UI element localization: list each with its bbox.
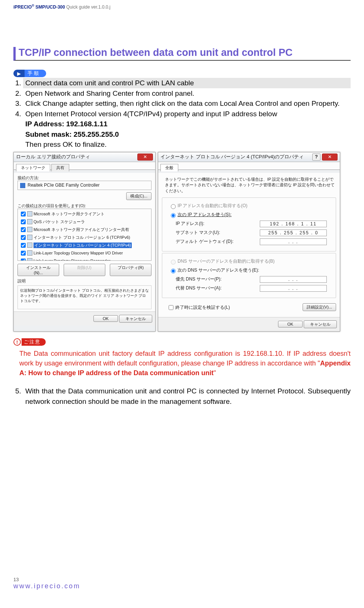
radio-use-ip[interactable] <box>171 213 176 218</box>
install-button[interactable]: インストール(N)... <box>17 264 59 276</box>
doc-header: iPRECIO® SMP/UCD-300 Quick guide ver.1.0… <box>13 4 351 10</box>
tab-general[interactable]: 全般 <box>160 164 178 171</box>
radio-auto-dns <box>171 260 176 265</box>
protocol-checklist[interactable]: Microsoft ネットワーク用クライアント QoS パケット スケジューラ … <box>17 209 151 261</box>
step-5: With that the Data communication unit an… <box>23 386 351 406</box>
step-4: Open Internet Protocol version 4(TCP/IPv… <box>23 109 351 150</box>
page-number: 13 <box>13 577 80 582</box>
advanced-button[interactable]: 詳細設定(V)... <box>303 303 336 311</box>
chk-qos[interactable] <box>21 219 26 224</box>
radio-auto-ip[interactable] <box>171 204 176 209</box>
play-icon: ▶ <box>13 70 25 77</box>
dialog1-title: ローカル エリア接続のプロパティ <box>16 153 90 160</box>
items-label: この接続は次の項目を使用します(O): <box>17 203 151 209</box>
verify-checkbox[interactable] <box>169 305 173 310</box>
footer-url: www.iprecio.com <box>13 582 80 590</box>
intro-text: ネットワークでこの機能がサポートされている場合は、IP 設定を自動的に取得するこ… <box>165 177 336 194</box>
dns2-label: 代替 DNS サーバー(A): <box>176 285 221 292</box>
procedure-badge: ▶ 手順 <box>13 70 46 77</box>
screenshots-row: ローカル エリア接続のプロパティ ✕ ネットワーク 共有 接続の方法: Real… <box>13 152 351 332</box>
ipv4-dialog: インターネット プロトコル バージョン 4 (TCP/IPv4)のプロパティ ?… <box>158 152 340 332</box>
gw-input[interactable]: . . . <box>260 238 327 245</box>
adapter-icon <box>20 183 25 188</box>
qos-icon <box>27 219 32 224</box>
chk-ipv6[interactable] <box>21 235 26 240</box>
ip-input[interactable]: 192 . 168 . 1 . 11 <box>260 221 327 227</box>
page-footer: 13 www.iprecio.com <box>13 577 80 590</box>
dns2-input[interactable]: . . . <box>260 285 327 292</box>
dialog2-title: インターネット プロトコル バージョン 4 (TCP/IPv4)のプロパティ <box>160 153 304 160</box>
close-icon[interactable]: ✕ <box>137 153 153 161</box>
cancel-button[interactable]: キャンセル <box>304 320 337 328</box>
ok-button[interactable]: OK <box>278 321 303 327</box>
step-2: Open Network and Sharing Center from con… <box>23 88 351 99</box>
local-area-dialog: ローカル エリア接続のプロパティ ✕ ネットワーク 共有 接続の方法: Real… <box>13 152 156 332</box>
client-icon <box>27 211 32 216</box>
steps-list: Connect data com unit and control PC wit… <box>13 78 351 150</box>
cancel-button[interactable]: キャンセル <box>119 315 152 323</box>
ok-button[interactable]: OK <box>93 315 118 322</box>
chk-msclient[interactable] <box>21 212 26 216</box>
ipv4-icon <box>27 243 32 248</box>
tab-share[interactable]: 共有 <box>51 164 69 171</box>
desc-header: 説明 <box>17 278 151 284</box>
mask-input[interactable]: 255 . 255 . 255 . 0 <box>260 229 327 236</box>
dns1-label: 優先 DNS サーバー(P): <box>176 276 221 283</box>
close-icon[interactable]: ✕ <box>322 153 338 161</box>
connection-label: 接続の方法: <box>17 175 151 181</box>
mask-label: サブネット マスク(U): <box>176 229 220 236</box>
radio-use-dns[interactable] <box>171 269 176 273</box>
ipv4-selected: インターネット プロトコル バージョン 4 (TCP/IPv4) <box>33 243 132 248</box>
tab-network[interactable]: ネットワーク <box>16 164 50 171</box>
ipv6-icon <box>27 235 32 240</box>
gw-label: デフォルト ゲートウェイ(D): <box>176 238 233 245</box>
adapter-name: Realtek PCIe GBE Family Controller <box>20 183 99 188</box>
lltd-icon <box>27 250 32 256</box>
desc-text: 伝送制御プロトコル/インターネット プロトコル。相互接続されたさまざまなネットワ… <box>17 285 151 309</box>
ip-label: IP アドレス(I): <box>176 221 204 227</box>
chk-lltd-mapper[interactable] <box>21 251 26 256</box>
section-title: TCP/IP connection between data com unit … <box>13 47 351 61</box>
step-1: Connect data com unit and control PC wit… <box>23 78 351 88</box>
dns1-input[interactable]: . . . <box>260 276 327 283</box>
fileprint-icon <box>27 227 32 232</box>
chk-fileprint[interactable] <box>21 227 26 232</box>
caution-icon: ! <box>13 338 21 346</box>
lltd2-icon <box>27 258 32 261</box>
configure-button[interactable]: 構成(C)... <box>126 192 151 200</box>
help-icon[interactable]: ? <box>312 153 320 161</box>
uninstall-button: 削除(U) <box>64 264 105 276</box>
step-3: Click Change adapter setting, then right… <box>23 98 351 109</box>
chk-ipv4[interactable] <box>21 243 26 248</box>
caution-badge: ! ご注意 <box>13 338 46 346</box>
warning-text: The Data communication unit factory defa… <box>19 349 351 378</box>
properties-button[interactable]: プロパティ(R) <box>110 264 151 276</box>
chk-lltd-resp[interactable] <box>21 259 26 261</box>
